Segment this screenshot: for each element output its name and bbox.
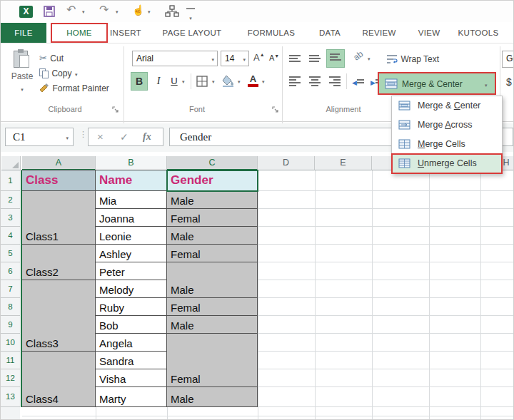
underline-button[interactable]: U (168, 72, 181, 91)
row-header-1[interactable]: 1 (1, 170, 20, 191)
cell-C3[interactable]: Femal (167, 209, 258, 227)
shrink-font-button[interactable]: A▼ (269, 53, 279, 62)
column-header-B[interactable]: B (96, 156, 167, 170)
cell-B9[interactable]: Bob (96, 316, 167, 334)
redo-icon[interactable]: ↷ (99, 4, 109, 16)
font-dialog-launcher-icon[interactable] (272, 106, 279, 113)
touch-mode-dropdown-icon[interactable]: ▾ (148, 9, 151, 14)
format-painter-button[interactable]: Format Painter (39, 81, 109, 94)
column-header-E[interactable]: E (315, 156, 372, 170)
undo-dropdown-icon[interactable]: ▾ (82, 9, 85, 14)
row-header-12[interactable]: 12 (1, 369, 20, 387)
column-header-D[interactable]: D (258, 156, 315, 170)
fill-color-dropdown-icon[interactable]: ▾ (238, 79, 241, 84)
bold-button[interactable]: B (131, 72, 148, 91)
cell-C8[interactable]: Femal (167, 298, 258, 316)
borders-dropdown-icon[interactable]: ▾ (212, 79, 215, 84)
wrap-text-button[interactable]: Wrap Text (386, 52, 439, 65)
formula-bar-splitter[interactable]: ⋮ (79, 131, 87, 138)
cell-B7[interactable]: Melody (96, 280, 167, 298)
customize-qat-icon[interactable]: ▾ (186, 8, 195, 23)
menu-item-merge-across[interactable]: Merge Across (392, 116, 502, 135)
cell-C13[interactable]: Male (167, 387, 258, 407)
menu-item-merge-center[interactable]: Merge & Center (392, 96, 502, 116)
align-right-button[interactable] (329, 75, 341, 88)
row-header-4[interactable]: 4 (1, 227, 20, 245)
tab-home[interactable]: HOME (51, 23, 108, 43)
row-header-partial[interactable] (1, 407, 20, 420)
bottom-align-button[interactable] (326, 49, 345, 68)
cut-button[interactable]: ✂ Cut (39, 51, 64, 64)
tab-kutools[interactable]: KUTOOLS (455, 23, 502, 43)
decrease-indent-button[interactable]: ◀ (352, 75, 364, 88)
row-header-9[interactable]: 9 (1, 316, 20, 334)
insert-function-icon[interactable]: fx (143, 131, 151, 143)
cell-C5[interactable]: Femal (167, 245, 258, 262)
row-header-3[interactable]: 3 (1, 209, 20, 227)
row-header-5[interactable]: 5 (1, 245, 20, 262)
merge-center-dropdown-icon[interactable]: ▾ (485, 83, 488, 88)
cell-A7-A10[interactable]: Class3 (22, 280, 96, 352)
cell-B11[interactable]: Sandra (96, 352, 167, 369)
align-left-button[interactable] (289, 75, 301, 88)
row-header-7[interactable]: 7 (1, 280, 20, 298)
cell-B3[interactable]: Joanna (96, 209, 167, 227)
cell-B10[interactable]: Angela (96, 334, 167, 352)
borders-icon[interactable] (196, 76, 208, 87)
row-header-8[interactable]: 8 (1, 298, 20, 316)
cell-B2[interactable]: Mia (96, 191, 167, 209)
top-align-button[interactable] (289, 53, 301, 63)
center-button[interactable] (309, 75, 321, 88)
cell-B13[interactable]: Marty (96, 387, 167, 407)
name-box[interactable]: C1 ▾ (5, 128, 74, 146)
undo-icon[interactable]: ↶ (66, 4, 76, 16)
enter-icon[interactable]: ✓ (120, 131, 128, 143)
cell-A11-A13[interactable]: Class4 (22, 352, 96, 407)
middle-align-button[interactable] (309, 53, 321, 63)
name-box-dropdown-icon[interactable]: ▾ (66, 135, 69, 140)
tab-view[interactable]: VIEW (413, 23, 445, 43)
row-header-6[interactable]: 6 (1, 262, 20, 280)
column-header-A[interactable]: A (22, 156, 96, 170)
cell-C9[interactable]: Male (167, 316, 258, 334)
orientation-dropdown-icon[interactable]: ▾ (368, 56, 371, 61)
tab-page-layout[interactable]: PAGE LAYOUT (155, 23, 229, 43)
cancel-icon[interactable]: × (97, 130, 104, 143)
font-color-dropdown-icon[interactable]: ▾ (262, 79, 265, 84)
paste-button[interactable]: Paste ▾ (6, 49, 38, 105)
cell-C10-C12[interactable]: Femal (167, 334, 258, 387)
cell-B4[interactable]: Leonie (96, 227, 167, 245)
currency-format-button[interactable]: $ (506, 76, 512, 88)
cell-A5-A6[interactable]: Class2 (22, 245, 96, 280)
column-header-C[interactable]: C (167, 156, 258, 170)
org-chart-icon[interactable] (165, 5, 179, 18)
font-name-combobox[interactable]: Arial▾ (132, 51, 218, 66)
tab-review[interactable]: REVIEW (358, 23, 400, 43)
row-header-10[interactable]: 10 (1, 334, 20, 352)
tab-file[interactable]: FILE (1, 23, 46, 43)
cell-A2-A4[interactable]: Class1 (22, 191, 96, 245)
cell-A1[interactable]: Class (22, 170, 96, 191)
clipboard-dialog-launcher-icon[interactable] (112, 106, 119, 113)
grow-font-button[interactable]: A▲ (253, 52, 265, 63)
copy-button[interactable]: Copy ▾ (39, 66, 77, 79)
cell-B5[interactable]: Ashley (96, 245, 167, 262)
touch-mode-icon[interactable]: ☝ (132, 4, 144, 16)
menu-item-unmerge-cells[interactable]: Unmerge Cells (392, 154, 502, 173)
underline-dropdown-icon[interactable]: ▾ (182, 79, 185, 84)
merge-center-button[interactable]: Merge & Center ▾ (378, 72, 496, 95)
font-size-combobox[interactable]: 14▾ (221, 51, 249, 66)
select-all-button[interactable] (1, 156, 21, 170)
cell-B1[interactable]: Name (96, 170, 167, 191)
font-color-icon[interactable]: A (248, 74, 258, 87)
italic-button[interactable]: I (152, 72, 165, 91)
menu-item-merge-cells[interactable]: Merge Cells (392, 135, 502, 154)
redo-dropdown-icon[interactable]: ▾ (116, 9, 119, 14)
tab-formulas[interactable]: FORMULAS (242, 23, 301, 43)
row-header-2[interactable]: 2 (1, 191, 20, 209)
fill-color-icon[interactable] (222, 75, 235, 87)
cell-B12[interactable]: Visha (96, 369, 167, 387)
row-header-11[interactable]: 11 (1, 352, 20, 369)
tab-data[interactable]: DATA (312, 23, 348, 43)
cell-C6-C7[interactable]: Male (167, 262, 258, 298)
